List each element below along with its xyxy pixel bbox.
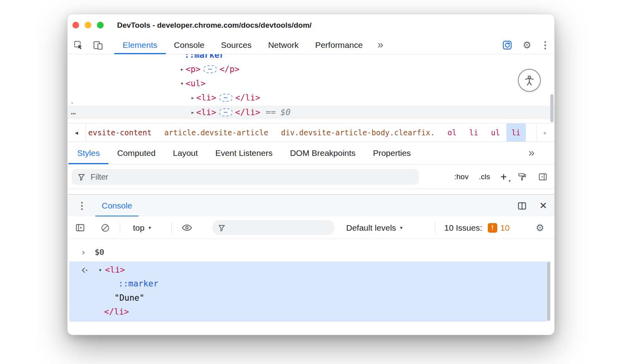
console-sidebar-toggle-icon[interactable]	[75, 216, 85, 239]
ul-open-tag: <ul>	[186, 79, 206, 88]
divider	[435, 223, 435, 233]
divider	[171, 223, 172, 233]
dom-scrollbar-thumb[interactable]	[550, 94, 553, 122]
disclosure-down-icon[interactable]: ▾	[178, 80, 186, 87]
rendering-emulation-icon[interactable]	[517, 172, 527, 182]
breadcrumb: ◀ evsite-content article.devsite-article…	[68, 123, 554, 142]
tab-styles[interactable]: Styles	[68, 142, 108, 164]
text-node-value: "Dune"	[114, 293, 144, 303]
breadcrumb-items: evsite-content article.devsite-article d…	[86, 123, 526, 142]
dom-row-li-1[interactable]: ▸ <li> ⋯ </li>	[189, 91, 260, 104]
drawer-tab-console[interactable]: Console	[95, 195, 138, 217]
gutter-dot: .	[70, 96, 75, 106]
tab-dom-breakpoints[interactable]: DOM Breakpoints	[281, 142, 364, 164]
toggle-class-button[interactable]: .cls	[479, 173, 490, 181]
tab-network[interactable]: Network	[260, 36, 307, 54]
inline-expand-button[interactable]: ⋯	[219, 108, 233, 116]
selected-dom-row[interactable]: … ▸ <li> ⋯ </li> == $0	[68, 106, 554, 119]
tab-event-listeners[interactable]: Event Listeners	[207, 142, 281, 164]
devtools-window: DevTools - developer.chrome.com/docs/dev…	[67, 14, 555, 335]
disclosure-right-icon[interactable]: ▸	[178, 66, 186, 73]
console-filter-input[interactable]	[230, 223, 329, 232]
tab-layout[interactable]: Layout	[164, 142, 207, 164]
tab-performance[interactable]: Performance	[307, 36, 371, 54]
li-open-tag: <li>	[196, 108, 216, 117]
p-close-tag: </p>	[220, 64, 240, 74]
dock-sidebar-icon[interactable]	[538, 172, 548, 182]
more-tabs-icon[interactable]: »	[371, 36, 390, 54]
styles-sidebar-tabs: Styles Computed Layout Event Listeners D…	[68, 142, 554, 165]
li-open-tag: <li>	[105, 265, 125, 275]
disclosure-down-icon[interactable]: ▾	[99, 267, 102, 273]
breadcrumb-item[interactable]: ol	[441, 123, 463, 142]
more-tabs-icon[interactable]: »	[522, 142, 541, 163]
tab-sources[interactable]: Sources	[213, 36, 260, 54]
dom-row-ul[interactable]: ▾ <ul>	[178, 77, 206, 90]
tab-computed[interactable]: Computed	[108, 142, 164, 164]
close-window-button[interactable]	[72, 22, 79, 28]
issues-badge-icon: !	[488, 223, 497, 233]
live-expression-eye-icon[interactable]	[181, 216, 193, 239]
toggle-hover-state-button[interactable]: :hov	[454, 173, 468, 181]
split-panel-icon[interactable]	[517, 201, 527, 211]
close-drawer-icon[interactable]: ✕	[539, 200, 547, 211]
divider	[120, 223, 120, 233]
breadcrumb-scroll-right-icon[interactable]: ▶	[536, 123, 554, 142]
sync-icon[interactable]	[500, 36, 514, 54]
breadcrumb-item[interactable]: article.devsite-article	[158, 123, 275, 142]
window-controls	[72, 22, 104, 28]
issues-counter[interactable]: 10 Issues: ! 10	[444, 216, 510, 239]
dom-row-marker-clipped[interactable]: ::marker	[184, 54, 224, 61]
equals-sign: ==	[266, 108, 276, 117]
breadcrumb-item[interactable]: evsite-content	[86, 123, 158, 142]
issues-label: 10 Issues:	[444, 223, 482, 233]
styles-filter-row: :hov .cls + ▾	[68, 165, 554, 189]
console-evaluated-line[interactable]: › $0	[68, 246, 104, 258]
log-levels-selector[interactable]: Default levels ▾	[346, 216, 403, 239]
title-bar: DevTools - developer.chrome.com/docs/dev…	[68, 14, 554, 36]
clear-console-icon[interactable]	[100, 216, 110, 239]
inspect-element-icon[interactable]	[72, 36, 85, 54]
accessibility-icon[interactable]	[518, 69, 541, 92]
filter-funnel-icon	[218, 224, 226, 232]
li-close-tag: </li>	[104, 307, 129, 317]
caret-down-icon: ▾	[148, 225, 151, 231]
breadcrumb-item[interactable]: div.devsite-article-body.clearfix.	[275, 123, 441, 142]
minimize-window-button[interactable]	[85, 22, 91, 28]
panel-tabs: Elements Console Sources Network Perform…	[114, 36, 390, 54]
breadcrumb-item[interactable]: ul	[485, 123, 506, 142]
mini-caret-icon: ▾	[508, 179, 511, 183]
settings-gear-icon[interactable]: ⚙	[520, 36, 534, 54]
inline-expand-button[interactable]: ⋯	[219, 94, 233, 102]
console-settings-gear-icon[interactable]: ⚙	[536, 216, 544, 239]
li-open-tag: <li>	[196, 93, 216, 102]
window-title: DevTools - developer.chrome.com/docs/dev…	[117, 14, 312, 36]
context-selector[interactable]: top ▾	[133, 216, 151, 239]
console-filter-field[interactable]	[212, 220, 335, 235]
breadcrumb-item[interactable]: li	[463, 123, 485, 142]
console-result-selected[interactable]: ▾ <li> ::marker "Dune" </li>	[69, 262, 547, 322]
gutter-ellipsis: …	[71, 106, 76, 119]
drawer-kebab-menu-icon[interactable]: ⋮	[77, 195, 87, 217]
tab-elements[interactable]: Elements	[114, 36, 166, 54]
styles-filter-field[interactable]	[72, 169, 419, 185]
disclosure-right-icon[interactable]: ▸	[189, 94, 196, 101]
tab-properties[interactable]: Properties	[364, 142, 420, 164]
context-selector-label: top	[133, 223, 144, 233]
kebab-menu-icon[interactable]: ⋮	[539, 36, 551, 54]
zoom-window-button[interactable]	[97, 22, 104, 28]
device-toolbar-icon[interactable]	[91, 36, 105, 54]
dom-row-p[interactable]: ▸ <p> ⋯ </p>	[178, 63, 240, 76]
console-scrollbar-thumb[interactable]	[547, 262, 550, 321]
new-style-rule-button[interactable]: + ▾	[500, 171, 507, 182]
prompt-expression: $0	[95, 247, 104, 257]
tab-console[interactable]: Console	[166, 36, 213, 54]
breadcrumb-scroll-left-icon[interactable]: ◀	[68, 123, 86, 142]
inline-expand-button[interactable]: ⋯	[203, 65, 217, 73]
console-output: › $0 ▾ <li> ::marker "Dune"	[68, 239, 554, 335]
breadcrumb-item-selected[interactable]: li	[506, 123, 526, 142]
disclosure-right-icon[interactable]: ▸	[189, 109, 196, 116]
dom-row-li-2[interactable]: ▸ <li> ⋯ </li> == $0	[189, 106, 290, 119]
styles-filter-input[interactable]	[91, 173, 413, 182]
li-close-tag: </li>	[235, 108, 260, 117]
